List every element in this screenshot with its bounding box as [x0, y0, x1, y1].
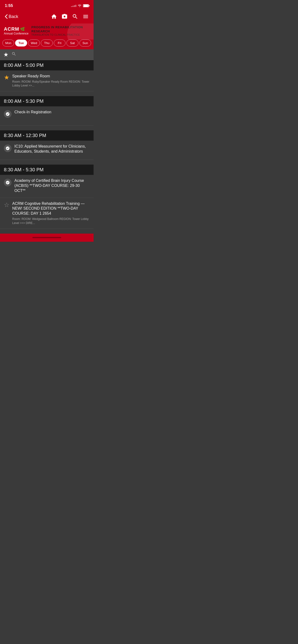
- time-header-0: 8:00 AM - 5:00 PM: [0, 60, 94, 70]
- day-tab-sun[interactable]: Sun: [79, 40, 91, 46]
- star-outline-icon: ☆: [4, 201, 9, 209]
- search-button[interactable]: [72, 14, 78, 20]
- item-title: IC10: Applied Measurement for Clinicians…: [14, 144, 90, 154]
- home-button[interactable]: [51, 14, 57, 20]
- camera-button[interactable]: [61, 14, 68, 20]
- day-tab-fri[interactable]: Fri: [54, 40, 66, 46]
- day-tab-wed[interactable]: Wed: [28, 40, 40, 46]
- header-banner: ACRM 🌿 Annual Conference PROGRESS IN REH…: [0, 24, 94, 40]
- checkmark-icon: [4, 144, 12, 152]
- back-label: Back: [9, 14, 18, 19]
- schedule-item[interactable]: Check-In Registration: [0, 106, 94, 126]
- day-tab-mon[interactable]: Mon: [3, 40, 14, 46]
- menu-button[interactable]: [83, 14, 89, 20]
- checkmark-icon: [4, 178, 12, 186]
- schedule-content: 8:00 AM - 5:00 PM★Speaker Ready RoomRoom…: [0, 60, 94, 234]
- schedule-item[interactable]: Academy of Certified Brain Injury Course…: [0, 175, 94, 198]
- time-header-2: 8:30 AM - 12:30 PM: [0, 130, 94, 141]
- day-tabs: MonTueWedThuFriSatSun: [0, 40, 94, 49]
- logo-area: ACRM 🌿 Annual Conference: [4, 26, 29, 35]
- search-input[interactable]: [19, 52, 90, 57]
- star-filled-icon: ★: [4, 74, 9, 81]
- item-title: ACRM Cognitive Rehabilitation Training —…: [12, 201, 90, 216]
- nav-icons: [51, 14, 89, 20]
- signal-icon: [71, 5, 76, 7]
- nav-bar: Back: [0, 10, 94, 24]
- logo-acrm: ACRM 🌿: [4, 26, 25, 32]
- time-header-1: 8:00 AM - 5:30 PM: [0, 96, 94, 106]
- filter-search-icon: [12, 52, 16, 58]
- time-header-3: 8:30 AM - 5:30 PM: [0, 164, 94, 175]
- item-title: Check-In Registration: [14, 110, 90, 115]
- item-title: Academy of Certified Brain Injury Course…: [14, 178, 90, 193]
- back-button[interactable]: Back: [5, 14, 18, 19]
- logo-name: ACRM: [4, 26, 19, 32]
- item-title: Speaker Ready Room: [12, 74, 90, 79]
- home-pill: [32, 237, 61, 238]
- item-subtitle: Room: ROOM: Wedgwood Ballroom REGION: To…: [12, 217, 90, 225]
- day-tab-tue[interactable]: Tue: [15, 40, 27, 46]
- day-tab-thu[interactable]: Thu: [41, 40, 53, 46]
- schedule-item[interactable]: ☆ACRM Cognitive Rehabilitation Training …: [0, 198, 94, 229]
- battery-icon: [83, 4, 89, 7]
- schedule-item[interactable]: IC10: Applied Measurement for Clinicians…: [0, 141, 94, 160]
- conf-title-sub: TRANSLATION TO CLINICAL PRACTICE: [32, 34, 90, 36]
- status-time: 1:55: [5, 3, 13, 8]
- conference-title: PROGRESS IN REHABILITATION RESEARCH TRAN…: [32, 26, 90, 36]
- filter-bar: ★: [0, 49, 94, 60]
- logo-sub: Annual Conference: [4, 32, 29, 35]
- conf-title-main: PROGRESS IN REHABILITATION RESEARCH: [32, 26, 90, 34]
- favorites-filter-star[interactable]: ★: [3, 51, 9, 58]
- checkmark-icon: [4, 110, 12, 118]
- wifi-icon: [78, 4, 82, 8]
- status-bar: 1:55: [0, 0, 94, 10]
- day-tab-sat[interactable]: Sat: [66, 40, 78, 46]
- home-indicator: [0, 234, 94, 242]
- schedule-item[interactable]: ★Speaker Ready RoomRoom: ROOM: Ruby/Spea…: [0, 70, 94, 91]
- status-icons: [71, 4, 89, 8]
- item-subtitle: Room: ROOM: Ruby/Speaker Ready Room REGI…: [12, 80, 90, 88]
- logo-leaf-icon: 🌿: [20, 27, 25, 32]
